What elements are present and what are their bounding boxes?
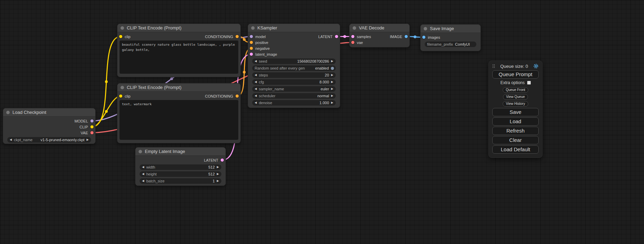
decrement-arrow-icon[interactable]: ◀ [10, 138, 12, 141]
view-history-button[interactable]: View History [503, 101, 528, 107]
widget-label: height [146, 172, 157, 176]
node-title-bar[interactable]: CLIP Text Encode (Prompt) [117, 83, 240, 92]
height-widget[interactable]: ◀ height 512 ▶ [140, 171, 221, 177]
node-clip-text-encode-negative[interactable]: CLIP Text Encode (Prompt) clip CONDITION… [117, 83, 241, 143]
widget-value: enabled [315, 66, 329, 70]
model-input-port[interactable] [250, 35, 253, 38]
vae-input-label: vae [357, 40, 363, 45]
collapse-dot-icon[interactable] [121, 26, 124, 30]
collapse-dot-icon[interactable] [139, 150, 142, 153]
toggle-knob-icon[interactable] [331, 67, 334, 70]
node-title-bar[interactable]: Load Checkpoint [3, 108, 95, 117]
cfg-widget[interactable]: ◀ cfg 8.000 ▶ [252, 79, 336, 85]
output-row: CLIP [3, 124, 95, 130]
collapse-dot-icon[interactable] [121, 86, 124, 89]
settings-gear-icon[interactable] [533, 63, 539, 69]
clip-input-port[interactable] [119, 94, 122, 98]
latent-output-port[interactable] [335, 35, 338, 38]
clip-output-port[interactable] [90, 125, 94, 128]
collapse-dot-icon[interactable] [251, 26, 255, 30]
positive-input-port[interactable] [250, 41, 253, 44]
widget-label: scheduler [259, 94, 275, 98]
clear-button[interactable]: Clear [492, 136, 539, 144]
drag-handle-icon[interactable] [492, 64, 495, 68]
load-default-button[interactable]: Load Default [492, 145, 539, 154]
node-title: Empty Latent Image [145, 149, 185, 154]
collapse-dot-icon[interactable] [424, 27, 427, 30]
scheduler-widget[interactable]: ◀ scheduler normal ▶ [252, 93, 336, 99]
increment-arrow-icon[interactable]: ▶ [217, 180, 219, 182]
decrement-arrow-icon[interactable]: ◀ [255, 101, 257, 104]
collapse-dot-icon[interactable] [353, 26, 356, 30]
decrement-arrow-icon[interactable]: ◀ [255, 88, 257, 90]
node-vae-decode[interactable]: VAE Decode samples vae IMAGE [349, 24, 410, 47]
ckpt-name-widget[interactable]: ◀ ckpt_name v1-5-pruned-emaonly.ckpt ▶ [7, 137, 91, 143]
load-button[interactable]: Load [492, 117, 539, 126]
positive-prompt-textarea[interactable]: beautiful scenery nature glass bottle la… [120, 40, 238, 74]
vae-input-port[interactable] [351, 41, 354, 44]
increment-arrow-icon[interactable]: ▶ [331, 74, 333, 76]
increment-arrow-icon[interactable]: ▶ [331, 81, 333, 83]
seed-widget[interactable]: ◀ seed 156680208700286 ▶ [252, 58, 336, 64]
increment-arrow-icon[interactable]: ▶ [331, 101, 333, 104]
images-input-label: images [428, 35, 440, 39]
batch-size-widget[interactable]: ◀ batch_size 1 ▶ [140, 178, 221, 184]
decrement-arrow-icon[interactable]: ◀ [255, 94, 257, 97]
extra-options-checkbox[interactable] [527, 81, 531, 84]
filename-prefix-widget[interactable]: filename_prefix ComfyUI [425, 42, 476, 47]
conditioning-output-port[interactable] [236, 94, 239, 98]
increment-arrow-icon[interactable]: ▶ [331, 94, 333, 97]
node-ksampler[interactable]: KSampler model positive negative latent_… [248, 24, 340, 108]
images-input-port[interactable] [422, 36, 425, 39]
refresh-button[interactable]: Refresh [492, 127, 539, 135]
decrement-arrow-icon[interactable]: ◀ [255, 81, 257, 83]
vae-output-port[interactable] [90, 131, 94, 134]
node-title-bar[interactable]: VAE Decode [350, 24, 409, 32]
widget-value: 1 [213, 179, 215, 183]
output-column: IMAGE [388, 34, 409, 39]
node-title-bar[interactable]: CLIP Text Encode (Prompt) [117, 24, 240, 32]
node-title-bar[interactable]: Save Image [421, 25, 480, 33]
increment-arrow-icon[interactable]: ▶ [331, 60, 333, 63]
queue-front-button[interactable]: Queue Front [503, 87, 528, 93]
width-widget[interactable]: ◀ width 512 ▶ [140, 164, 221, 170]
node-load-checkpoint[interactable]: Load Checkpoint MODEL CLIP VAE ◀ ckpt_na… [3, 108, 96, 144]
image-output-port[interactable] [405, 35, 408, 38]
node-clip-text-encode-positive[interactable]: CLIP Text Encode (Prompt) clip CONDITION… [117, 24, 241, 77]
decrement-arrow-icon[interactable]: ◀ [142, 173, 144, 175]
increment-arrow-icon[interactable]: ▶ [217, 173, 219, 175]
clip-input-port[interactable] [119, 35, 122, 38]
port-row: samples [350, 34, 373, 39]
widget-label: width [146, 165, 155, 169]
sampler-name-widget[interactable]: ◀ sampler_name euler ▶ [252, 86, 336, 92]
node-title: CLIP Text Encode (Prompt) [127, 85, 182, 90]
queue-size-label: Queue size: 0 [495, 64, 533, 69]
conditioning-output-port[interactable] [236, 35, 239, 38]
increment-arrow-icon[interactable]: ▶ [87, 138, 89, 141]
queue-prompt-button[interactable]: Queue Prompt [492, 70, 539, 79]
widget-value: euler [320, 87, 329, 91]
decrement-arrow-icon[interactable]: ◀ [142, 180, 144, 182]
steps-widget[interactable]: ◀ steps 20 ▶ [252, 72, 336, 78]
node-title-bar[interactable]: Empty Latent Image [135, 147, 226, 156]
random-seed-toggle-widget[interactable]: Random seed after every gen enabled [252, 65, 336, 71]
decrement-arrow-icon[interactable]: ◀ [255, 74, 257, 76]
samples-input-port[interactable] [351, 35, 354, 38]
node-title-bar[interactable]: KSampler [248, 24, 340, 32]
denoise-widget[interactable]: ◀ denoise 1.000 ▶ [252, 100, 336, 106]
view-queue-button[interactable]: View Queue [503, 94, 528, 100]
negative-prompt-textarea[interactable]: text, watermark [120, 100, 238, 140]
model-output-port[interactable] [90, 119, 94, 123]
negative-input-port[interactable] [250, 47, 253, 50]
latent-image-input-port[interactable] [250, 53, 253, 56]
latent-output-port[interactable] [221, 159, 224, 162]
node-empty-latent-image[interactable]: Empty Latent Image LATENT ◀ width 512 ▶ … [135, 147, 226, 186]
increment-arrow-icon[interactable]: ▶ [217, 166, 219, 169]
node-save-image[interactable]: Save Image images filename_prefix ComfyU… [420, 24, 481, 51]
decrement-arrow-icon[interactable]: ◀ [142, 166, 144, 169]
save-button[interactable]: Save [492, 108, 539, 116]
increment-arrow-icon[interactable]: ▶ [331, 88, 333, 90]
node-title: CLIP Text Encode (Prompt) [127, 25, 182, 30]
collapse-dot-icon[interactable] [6, 111, 10, 114]
decrement-arrow-icon[interactable]: ◀ [255, 60, 257, 63]
